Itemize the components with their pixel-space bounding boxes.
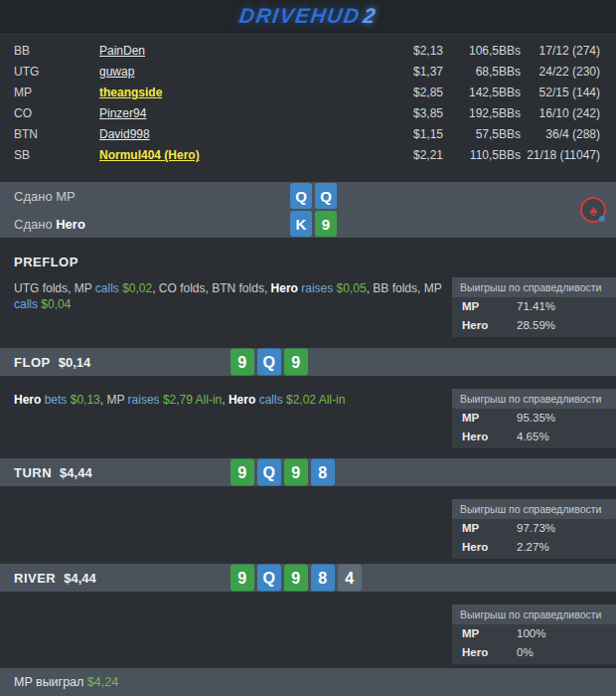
card-4: 4 — [338, 565, 362, 592]
player-row: MP theangside $2,85 142,5BBs 52/15 (144) — [0, 83, 616, 103]
card-9: 9 — [231, 459, 254, 486]
bbs-value: 68,5BBs — [443, 62, 521, 83]
player-name-link[interactable]: David998 — [99, 124, 150, 145]
card-Q: Q — [257, 349, 281, 376]
equity-panel-title: Выигрыш по справедливости — [452, 605, 616, 624]
stack-value: $1,37 — [284, 62, 443, 83]
board-cards-flop: 9Q9 — [231, 349, 311, 376]
stack-value: $2,13 — [284, 41, 443, 62]
player-row: BTN David998 $1,15 57,5BBs 36/4 (288) — [0, 124, 616, 145]
player-row: SB Normul404 (Hero) $2,21 110,5BBs 21/18… — [0, 145, 616, 166]
text-token: MP выиграл — [14, 675, 87, 689]
equity-player: MP — [462, 519, 517, 538]
text-token: Hero — [271, 281, 298, 295]
street-title: TURN — [14, 465, 52, 480]
vpip-pfr-stats: 16/10 (242) — [521, 103, 600, 124]
card-9: 9 — [284, 565, 308, 592]
equity-player: MP — [462, 624, 517, 643]
equity-row: MP 95.35% — [452, 409, 616, 428]
position-label: CO — [14, 103, 99, 124]
equity-value: 95.35% — [517, 409, 555, 428]
player-row: CO Pinzer94 $3,85 192,5BBs 16/10 (242) — [0, 103, 616, 124]
card-Q: Q — [315, 183, 337, 209]
players-table: BB PainDen $2,13 106,5BBs 17/12 (274) UT… — [0, 33, 616, 170]
text-token: $2,79 All-in — [163, 393, 222, 407]
equity-row: Hero 2.27% — [452, 538, 616, 557]
text-token: $0,02 — [122, 281, 152, 295]
hand-history-window: DRIVEHUD2 BB PainDen $2,13 106,5BBs 17/1… — [0, 0, 616, 696]
text-token: , MP — [100, 393, 128, 407]
card-9: 9 — [231, 349, 254, 376]
equity-value: 97.73% — [517, 519, 555, 538]
bbs-value: 142,5BBs — [443, 83, 521, 103]
pot-amount: $4,44 — [60, 465, 92, 480]
text-token: Hero — [56, 217, 85, 232]
turn-section: TURN $4,44 9Q98 Выигрыш по справедливост… — [0, 458, 616, 559]
card-9: 9 — [315, 211, 337, 237]
vpip-pfr-stats: 24/22 (230) — [521, 62, 600, 83]
street-title: FLOP — [14, 355, 51, 370]
equity-panel-turn: Выигрыш по справедливости MP 97.73% Hero… — [452, 499, 616, 559]
equity-value: 4.65% — [517, 428, 549, 446]
turn-header-bar: TURN $4,44 9Q98 — [0, 458, 616, 486]
player-name-link[interactable]: theangside — [99, 83, 162, 103]
text-token: Hero — [14, 393, 41, 407]
text-token: calls — [259, 393, 283, 407]
equity-value: 100% — [517, 624, 545, 643]
text-token: , CO folds, BTN folds, — [152, 281, 270, 295]
bbs-value: 57,5BBs — [443, 124, 521, 145]
equity-value: 2.27% — [517, 538, 549, 557]
equity-player: MP — [462, 409, 517, 428]
hole-cards-mp: QQ — [290, 183, 340, 209]
river-section: RIVER $4,44 9Q984 Выигрыш по справедливо… — [0, 564, 616, 664]
player-name-link[interactable]: Normul404 (Hero) — [99, 145, 200, 166]
text-token: $0,05 — [337, 281, 367, 295]
dealt-label: Сдано MP — [14, 189, 76, 204]
river-header-bar: RIVER $4,44 9Q984 — [0, 564, 616, 592]
position-label: BTN — [14, 124, 99, 145]
text-token: raises — [128, 393, 160, 407]
text-token: calls — [14, 297, 38, 311]
flop-header-bar: FLOP $0,14 9Q9 — [0, 348, 616, 376]
equity-player: MP — [462, 297, 517, 316]
equity-player: Hero — [462, 538, 517, 557]
text-token: Hero — [229, 393, 255, 407]
player-name-link[interactable]: guwap — [99, 62, 134, 83]
position-label: UTG — [14, 62, 99, 83]
position-label: MP — [14, 83, 99, 103]
bbs-value: 106,5BBs — [443, 41, 521, 62]
text-token: Сдано MP — [14, 189, 76, 204]
vpip-pfr-stats: 52/15 (144) — [521, 83, 600, 103]
equity-value: 28.59% — [517, 316, 555, 335]
dealt-row-hero: Сдано Hero K9 — [0, 210, 616, 238]
stack-value: $2,21 — [284, 145, 443, 166]
position-label: BB — [14, 41, 99, 62]
equity-panel-title: Выигрыш по справедливости — [452, 499, 616, 519]
replay-hand-icon[interactable]: ♠ — [580, 197, 606, 223]
card-9: 9 — [284, 349, 308, 376]
preflop-title: PREFLOP — [0, 254, 616, 271]
logo-text: DRIVEHUD — [238, 4, 363, 27]
card-K: K — [290, 211, 312, 237]
preflop-section: PREFLOP UTG folds, MP calls $0,02, CO fo… — [0, 254, 616, 337]
flop-action-line: Hero bets $0,13, MP raises $2,79 All-in,… — [14, 389, 452, 408]
street-title: RIVER — [14, 571, 56, 586]
player-name-link[interactable]: PainDen — [99, 41, 145, 62]
text-token: , BB folds, MP — [367, 281, 442, 295]
vpip-pfr-stats: 17/12 (274) — [521, 41, 600, 62]
pot-amount: $0,14 — [59, 355, 91, 370]
card-9: 9 — [284, 459, 308, 486]
card-8: 8 — [311, 459, 335, 486]
equity-player: Hero — [462, 428, 517, 446]
text-token: bets — [45, 393, 68, 407]
text-token: raises — [301, 281, 333, 295]
hand-result-text: MP выиграл $4,24 — [14, 675, 118, 689]
equity-row: Hero 4.65% — [452, 428, 616, 446]
app-header: DRIVEHUD2 — [0, 0, 616, 33]
player-name-link[interactable]: Pinzer94 — [99, 103, 146, 124]
equity-player: Hero — [462, 643, 517, 662]
equity-row: MP 97.73% — [452, 519, 616, 538]
hole-cards-hero: K9 — [290, 211, 340, 237]
vpip-pfr-stats: 21/18 (11047) — [521, 145, 600, 166]
pot-amount: $4,44 — [64, 571, 96, 586]
